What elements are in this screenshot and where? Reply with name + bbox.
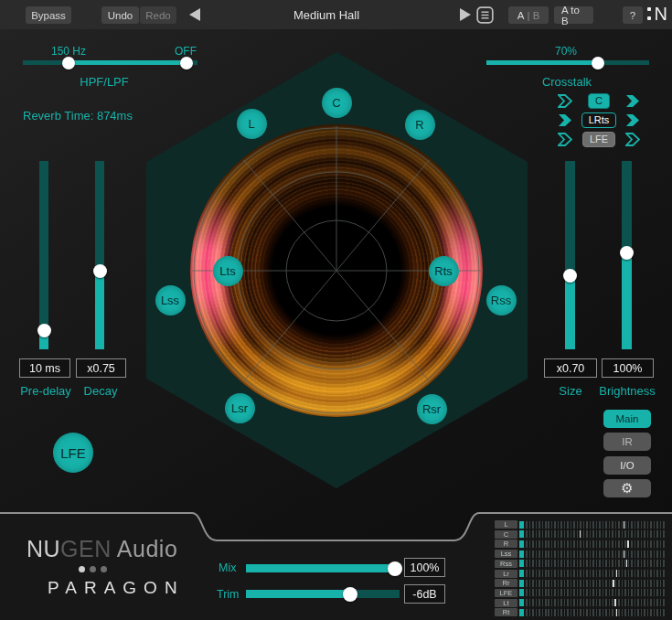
hpf-handle[interactable] (62, 57, 75, 69)
channel-node-rts[interactable]: Rts (429, 256, 459, 286)
mix-slider[interactable] (246, 564, 400, 572)
undo-button[interactable]: Undo (101, 6, 139, 24)
meter-peak-marker (580, 530, 581, 538)
chevron-right-icon (625, 113, 640, 127)
settings-button[interactable]: ⚙ (603, 479, 651, 497)
trim-slider[interactable] (246, 590, 400, 598)
trim-label: Trim (217, 588, 240, 601)
brightness-value[interactable]: 100% (602, 358, 654, 378)
channel-node-r[interactable]: R (405, 110, 435, 140)
channel-node-lsr[interactable]: Lsr (225, 393, 255, 423)
crosstalk-value-label: 70% (539, 45, 593, 58)
meter-channel-label: LFE (495, 589, 517, 597)
slider-fill (246, 564, 394, 572)
meter-peak-marker (627, 540, 629, 548)
previous-preset-icon[interactable] (189, 8, 200, 21)
routing-row-lfe: LFE (558, 132, 640, 147)
nugen-logo-dots (647, 7, 651, 20)
channel-node-lts[interactable]: Lts (213, 256, 243, 286)
channel-node-c[interactable]: C (322, 88, 352, 118)
slider-handle[interactable] (343, 587, 357, 602)
meter-channel-label: Rr (495, 579, 517, 587)
preset-name[interactable]: Medium Hall (272, 8, 381, 22)
fader-fill (622, 253, 632, 349)
fader-handle[interactable] (93, 264, 107, 278)
next-preset-icon[interactable] (460, 8, 471, 21)
meter-level (519, 540, 524, 548)
meter-row-l: L (495, 520, 668, 529)
hpf-value-label: 150 Hz (41, 45, 96, 58)
meter-level (519, 589, 524, 596)
meter-bar (519, 589, 666, 596)
slider-handle[interactable] (592, 57, 604, 69)
tab-ir[interactable]: IR (603, 433, 651, 451)
meter-level (519, 609, 524, 616)
meter-channel-label: R (495, 540, 517, 548)
bypass-button[interactable]: Bypass (26, 6, 71, 24)
slider-fill (486, 60, 598, 65)
meter-bar (519, 560, 666, 567)
meter-bar (519, 521, 666, 529)
meter-row-rt: Rt (495, 608, 668, 616)
routing-matrix: CLRtsLFE (558, 93, 640, 147)
mix-label: Mix (219, 561, 236, 574)
meter-peak-marker (624, 521, 625, 529)
meter-row-rss: Rss (495, 560, 668, 568)
ab-compare-button[interactable]: A | B (508, 6, 549, 24)
meter-peak-marker (616, 609, 618, 616)
trim-value[interactable]: -6dB (404, 584, 445, 604)
channel-node-lfe[interactable]: LFE (53, 433, 93, 473)
slider-fill (69, 60, 187, 65)
size-fader[interactable] (565, 161, 575, 349)
routing-button-lrts[interactable]: LRts (581, 112, 617, 128)
nugen-logo: N (647, 5, 667, 23)
mix-value[interactable]: 100% (404, 558, 445, 577)
routing-button-lfe[interactable]: LFE (582, 132, 615, 147)
size-value[interactable]: x0.70 (544, 358, 597, 378)
slider-handle[interactable] (388, 561, 402, 576)
meter-bar (519, 551, 666, 558)
meter-level (519, 560, 524, 567)
decay-label: Decay (64, 384, 137, 398)
channel-node-lss[interactable]: Lss (155, 285, 186, 315)
preset-list-icon[interactable] (476, 6, 494, 24)
tab-io[interactable]: I/O (603, 456, 651, 475)
meter-peak-marker (616, 570, 618, 577)
meter-bar (519, 609, 666, 616)
lpf-handle[interactable] (180, 57, 193, 69)
pre-delay-value[interactable]: 10 ms (19, 358, 70, 378)
meter-row-lt: Lt (495, 599, 668, 607)
pre-delay-fader[interactable] (39, 161, 48, 349)
meter-level (519, 599, 524, 606)
ab-a-label: A (517, 10, 525, 21)
brand-wordmark: NUGEN Audio (27, 536, 177, 562)
channel-node-rsr[interactable]: Rsr (417, 394, 447, 424)
redo-button[interactable]: Redo (140, 6, 176, 24)
meter-channel-label: Lss (495, 550, 517, 558)
meter-bar (519, 540, 666, 548)
decay-value[interactable]: x0.75 (76, 358, 126, 378)
brand-audio: Audio (112, 536, 178, 561)
routing-row-lrts: LRts (558, 112, 640, 128)
meter-bar (519, 580, 666, 587)
routing-button-c[interactable]: C (588, 93, 610, 109)
meter-level (519, 551, 524, 558)
meter-row-lr: Lr (495, 570, 668, 578)
main-panel: CLRLtsRtsLssRssLsrRsr LFE 150 Hz OFF HPF… (0, 29, 672, 510)
output-meters: L C R Lss Rss Lr Rr LFE (495, 520, 668, 619)
fader-fill (565, 276, 575, 349)
fader-handle[interactable] (37, 324, 51, 337)
channel-node-rss[interactable]: Rss (486, 285, 517, 315)
decay-fader[interactable] (95, 161, 104, 349)
brand-dots (79, 566, 107, 572)
meter-level (519, 580, 524, 587)
channel-node-l[interactable]: L (237, 109, 267, 139)
help-button[interactable]: ? (623, 6, 643, 24)
lpf-value-label: OFF (163, 45, 208, 58)
tab-main[interactable]: Main (603, 410, 651, 428)
crosstalk-slider[interactable] (486, 60, 649, 65)
a-to-b-button[interactable]: A to B (554, 6, 593, 24)
meter-channel-label: C (495, 530, 517, 539)
hpf-lpf-slider[interactable] (23, 60, 197, 65)
brightness-fader[interactable] (622, 161, 632, 349)
